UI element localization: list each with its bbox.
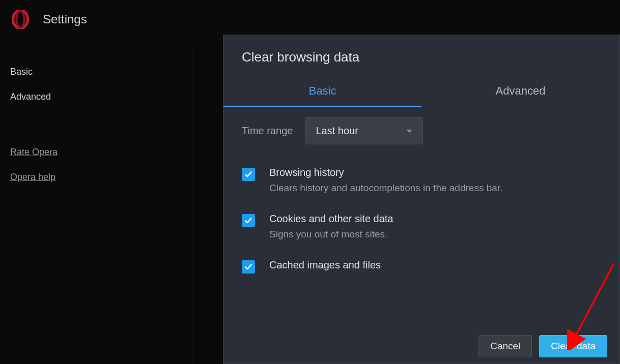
option-browsing-history: Browsing history Clears history and auto… <box>242 167 601 194</box>
checkbox-cookies[interactable] <box>242 214 255 227</box>
checkmark-icon <box>244 217 252 225</box>
dialog-title: Clear browsing data <box>223 35 619 77</box>
checkmark-icon <box>244 170 252 178</box>
option-text: Cookies and other site data Signs you ou… <box>269 213 393 240</box>
time-range-row: Time range Last hour <box>242 117 601 144</box>
option-desc: Signs you out of most sites. <box>269 229 393 240</box>
svg-point-0 <box>13 11 28 28</box>
sidebar-link-opera-help[interactable]: Opera help <box>10 165 182 190</box>
clear-data-button[interactable]: Clear data <box>539 335 607 357</box>
option-title: Cached images and files <box>269 259 381 271</box>
option-cached: Cached images and files <box>242 259 601 274</box>
checkbox-browsing-history[interactable] <box>242 168 255 181</box>
sidebar-item-basic[interactable]: Basic <box>10 59 182 84</box>
sidebar-item-advanced[interactable]: Advanced <box>10 84 182 109</box>
sidebar-link-rate-opera[interactable]: Rate Opera <box>10 140 182 165</box>
option-title: Cookies and other site data <box>269 213 393 225</box>
svg-point-1 <box>16 11 24 27</box>
option-text: Browsing history Clears history and auto… <box>269 167 502 194</box>
dialog-body: Time range Last hour Browsing history Cl… <box>223 107 619 274</box>
page-title: Settings <box>43 12 87 26</box>
option-title: Browsing history <box>269 167 502 178</box>
chevron-down-icon <box>406 130 412 133</box>
dialog-footer: Cancel Clear data <box>478 335 607 357</box>
time-range-value: Last hour <box>316 125 358 137</box>
tab-basic[interactable]: Basic <box>223 77 421 107</box>
time-range-label: Time range <box>242 125 293 137</box>
sidebar-links: Rate Opera Opera help <box>10 140 182 190</box>
checkmark-icon <box>244 263 252 271</box>
clear-browsing-data-dialog: Clear browsing data Basic Advanced Time … <box>223 35 620 364</box>
dialog-tabs: Basic Advanced <box>223 77 619 107</box>
option-desc: Clears history and autocompletions in th… <box>269 183 502 194</box>
cancel-button[interactable]: Cancel <box>478 335 532 357</box>
time-range-select[interactable]: Last hour <box>305 117 423 144</box>
header: Settings <box>0 0 620 39</box>
checkbox-cached[interactable] <box>242 260 255 274</box>
option-text: Cached images and files <box>269 259 381 271</box>
opera-logo-icon <box>10 9 31 29</box>
option-cookies: Cookies and other site data Signs you ou… <box>242 213 601 240</box>
tab-advanced[interactable]: Advanced <box>421 77 619 107</box>
sidebar: Basic Advanced Rate Opera Opera help <box>0 47 192 364</box>
